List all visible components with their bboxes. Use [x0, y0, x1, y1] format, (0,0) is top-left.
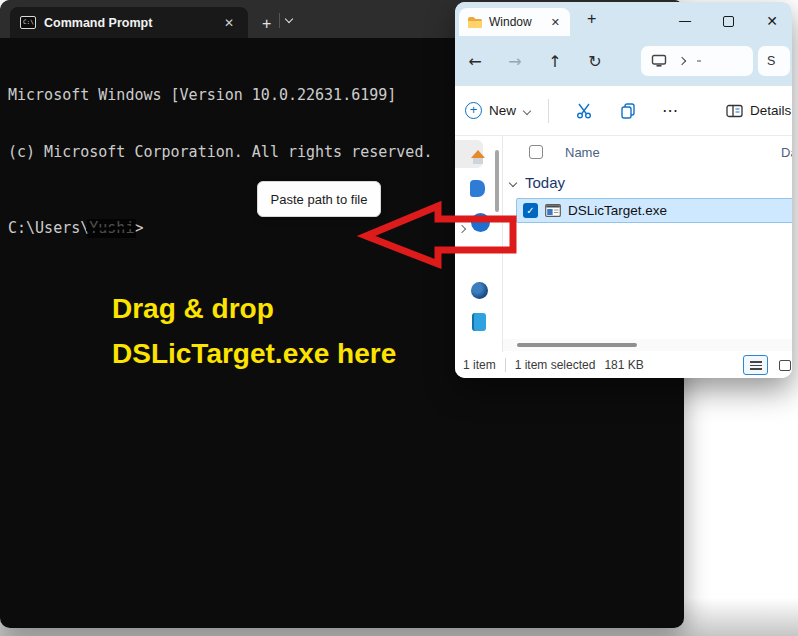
explorer-navbar: ← → ↑ ↻ S	[455, 36, 792, 86]
prompt-username-redacted: Yushi	[89, 219, 134, 238]
toolbar-divider	[548, 99, 549, 123]
explorer-tab-title: Window	[489, 15, 543, 29]
cut-button[interactable]	[576, 103, 594, 119]
file-list: Name Da Today ✓ DSLicTarget.exe 2/5	[503, 136, 792, 352]
terminal-tab-dropdown-icon[interactable]	[286, 8, 292, 26]
status-bar: 1 item 1 item selected 181 KB	[455, 352, 792, 378]
home-icon	[471, 150, 485, 158]
file-row-dslictarget[interactable]: ✓ DSLicTarget.exe 2/5	[516, 198, 792, 223]
status-divider	[505, 358, 506, 372]
terminal-line: (c) Microsoft Corporation. All rights re…	[8, 143, 432, 162]
this-pc-drive-icon[interactable]	[472, 313, 486, 331]
explorer-toolbar: + New ⋯ Details	[455, 86, 792, 136]
annotation-line-2: DSLicTarget.exe here	[112, 331, 396, 376]
more-options-button[interactable]: ⋯	[662, 101, 679, 120]
terminal-tab-command-prompt[interactable]: C:\ Command Prompt ✕	[10, 7, 248, 38]
explorer-new-tab-button[interactable]: +	[587, 10, 596, 28]
up-icon[interactable]: ↑	[535, 52, 575, 71]
group-collapse-chevron-icon	[509, 178, 517, 186]
large-icons-view-icon	[779, 360, 791, 371]
details-view-button[interactable]	[743, 355, 768, 375]
prompt-path: C:\Users\	[8, 219, 89, 237]
icons-view-button[interactable]	[772, 355, 792, 375]
cmd-icon: C:\	[20, 16, 36, 29]
explorer-titlebar: Window ✕ + — ✕	[455, 2, 792, 36]
select-all-checkbox[interactable]	[529, 145, 543, 159]
file-name: DSLicTarget.exe	[568, 203, 792, 218]
details-button[interactable]: Details	[726, 103, 791, 118]
horizontal-scrollbar-thumb[interactable]	[517, 343, 637, 347]
new-dropdown-chevron-icon	[523, 106, 531, 114]
terminal-new-tab-button[interactable]: +	[262, 16, 271, 32]
annotation-line-1: Drag & drop	[112, 286, 396, 331]
sidebar-item-home[interactable]	[455, 140, 483, 168]
selection-size: 181 KB	[604, 358, 643, 372]
copy-button[interactable]	[620, 103, 636, 119]
details-button-label: Details	[750, 103, 791, 118]
explorer-tab[interactable]: Window ✕	[459, 8, 570, 36]
list-view-icon	[750, 361, 762, 370]
breadcrumb-truncated-text	[697, 60, 701, 62]
group-label: Today	[525, 174, 565, 191]
drag-drop-annotation: Drag & drop DSLicTarget.exe here	[112, 286, 396, 376]
red-arrow-outline	[366, 206, 513, 264]
back-icon[interactable]: ←	[455, 52, 495, 71]
refresh-icon[interactable]: ↻	[575, 52, 615, 71]
breadcrumb-chevron-icon[interactable]	[678, 57, 686, 65]
red-arrow-annotation	[352, 194, 527, 279]
exe-file-icon	[545, 204, 561, 217]
close-button[interactable]: ✕	[757, 10, 787, 32]
maximize-icon	[723, 16, 734, 27]
terminal-tab-close-icon[interactable]: ✕	[220, 14, 238, 32]
minimize-button[interactable]: —	[670, 10, 700, 32]
details-pane-icon	[726, 104, 743, 118]
forward-icon: →	[495, 52, 535, 71]
cut-icon	[576, 103, 594, 119]
this-pc-icon	[651, 54, 667, 68]
group-header-today[interactable]: Today	[510, 174, 565, 191]
maximize-button[interactable]	[713, 10, 743, 32]
column-header-row: Name Da	[503, 140, 792, 164]
terminal-tabbar-divider	[279, 13, 280, 28]
terminal-tab-title: Command Prompt	[44, 16, 212, 30]
explorer-window: Window ✕ + — ✕ ← → ↑ ↻ S + New	[455, 2, 792, 378]
column-header-name[interactable]: Name	[565, 145, 600, 160]
search-partial-text: S	[767, 54, 775, 68]
terminal-line: Microsoft Windows [Version 10.0.22631.61…	[8, 86, 432, 105]
new-button[interactable]: + New	[465, 102, 530, 119]
search-input[interactable]: S	[758, 46, 790, 76]
address-bar[interactable]	[641, 46, 753, 76]
item-count: 1 item	[463, 358, 496, 372]
new-plus-icon: +	[465, 102, 482, 119]
column-header-date[interactable]: Da	[781, 145, 792, 160]
selection-count: 1 item selected	[515, 358, 596, 372]
explorer-tab-close-icon[interactable]: ✕	[549, 16, 562, 29]
new-button-label: New	[489, 103, 516, 118]
folder-icon	[467, 16, 483, 29]
copy-icon	[620, 103, 636, 119]
network-icon[interactable]	[471, 282, 488, 299]
